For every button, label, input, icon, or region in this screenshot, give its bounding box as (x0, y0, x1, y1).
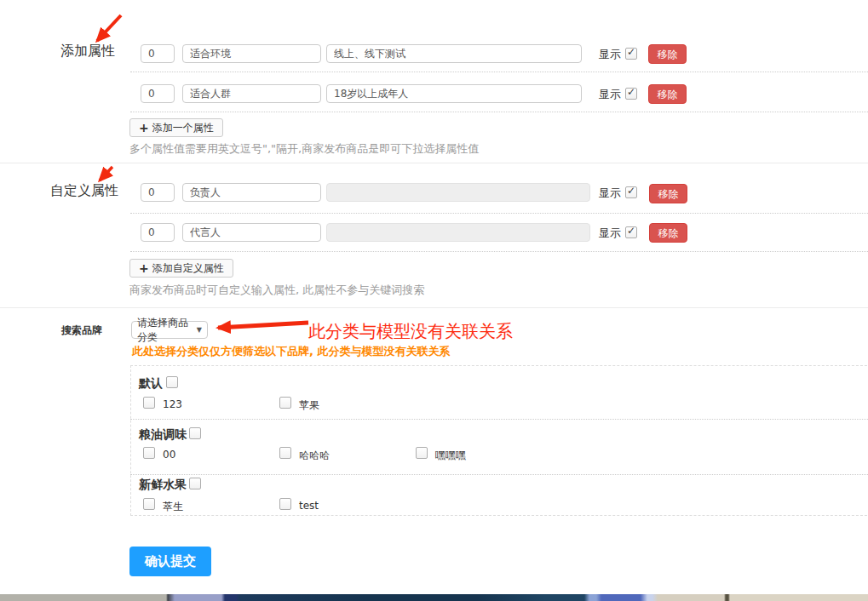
submit-button[interactable]: 确认提交 (129, 547, 211, 576)
brand-item-label: 嘿嘿嘿 (435, 449, 466, 463)
show-checkbox[interactable] (625, 226, 637, 238)
add-custom-attribute-label: 添加自定义属性 (152, 260, 224, 277)
custom-sort-input[interactable] (141, 223, 175, 242)
brand-group-checkbox[interactable] (189, 478, 201, 489)
custom-attributes-hint: 商家发布商品时可自定义输入属性, 此属性不参与关键词搜索 (129, 283, 424, 298)
category-annotation-text: 此分类与模型没有关联关系 (308, 320, 513, 343)
brand-checkbox[interactable] (143, 447, 155, 459)
brand-group-title: 粮油调味 (139, 427, 187, 443)
product-edit-page: 添加属性 显示 移除 显示 移除 + 添加一个属性 多个属性值需要用英文逗号",… (0, 0, 868, 601)
brand-checkbox[interactable] (279, 447, 291, 459)
attr-value-input[interactable] (326, 44, 582, 63)
attr-sort-input[interactable] (141, 44, 175, 63)
brand-group-separator (130, 474, 868, 475)
remove-button[interactable]: 移除 (649, 223, 687, 243)
show-label: 显示 (599, 47, 621, 62)
section-divider (0, 307, 868, 308)
annotation-arrow (204, 317, 315, 337)
brand-item-label: 哈哈哈 (299, 449, 330, 463)
plus-icon: + (139, 122, 149, 134)
row-separator (130, 112, 868, 112)
attr-name-input[interactable] (182, 84, 321, 103)
brand-item-label: test (299, 500, 319, 512)
brand-group-title: 新鲜水果 (139, 478, 187, 493)
add-custom-attribute-button[interactable]: + 添加自定义属性 (129, 259, 233, 278)
brand-group-title: 默认 (139, 376, 163, 392)
brand-list-panel (130, 365, 868, 516)
remove-button[interactable]: 移除 (648, 84, 687, 104)
show-checkbox[interactable] (625, 48, 637, 60)
brand-item-label: 苹果 (299, 398, 319, 413)
search-brand-label: 搜索品牌 (61, 323, 102, 338)
row-separator (130, 251, 868, 252)
custom-sort-input[interactable] (141, 183, 175, 202)
brand-group-checkbox[interactable] (189, 427, 201, 439)
attr-value-input[interactable] (326, 84, 582, 103)
attributes-label: 添加属性 (60, 43, 115, 60)
brand-checkbox[interactable] (143, 498, 155, 510)
show-checkbox[interactable] (625, 88, 637, 100)
show-label: 显示 (599, 226, 621, 241)
remove-button[interactable]: 移除 (649, 184, 687, 203)
custom-attributes-label: 自定义属性 (50, 182, 118, 200)
brand-checkbox[interactable] (143, 397, 155, 409)
brand-group-checkbox[interactable] (166, 376, 178, 388)
brand-checkbox[interactable] (416, 447, 428, 459)
section-divider (0, 163, 868, 163)
plus-icon: + (139, 262, 149, 274)
chevron-down-icon: ▼ (197, 326, 202, 334)
attributes-hint: 多个属性值需要用英文逗号","隔开,商家发布商品是即可下拉选择属性值 (129, 141, 479, 157)
show-label: 显示 (599, 186, 621, 201)
custom-name-input[interactable] (182, 223, 321, 242)
brand-item-label: 123 (163, 398, 182, 410)
brand-item-label: 00 (163, 449, 175, 461)
add-attribute-button[interactable]: + 添加一个属性 (129, 118, 223, 137)
show-label: 显示 (599, 87, 621, 102)
remove-button[interactable]: 移除 (648, 44, 687, 64)
category-select-value: 请选择商品分类 (137, 316, 193, 345)
custom-value-input (326, 183, 590, 202)
add-attribute-label: 添加一个属性 (152, 120, 214, 136)
brand-checkbox[interactable] (279, 498, 291, 510)
row-separator (130, 213, 868, 214)
category-select[interactable]: 请选择商品分类 ▼ (131, 321, 208, 339)
custom-value-input (326, 223, 590, 242)
custom-name-input[interactable] (182, 183, 321, 202)
brand-checkbox[interactable] (279, 397, 291, 409)
attr-sort-input[interactable] (141, 84, 175, 103)
brand-item-label: 萃生 (163, 500, 183, 514)
show-checkbox[interactable] (625, 186, 637, 198)
attr-name-input[interactable] (182, 44, 321, 63)
row-separator (130, 72, 868, 72)
brand-filter-warning: 此处选择分类仅仅方便筛选以下品牌, 此分类与模型没有关联关系 (132, 344, 450, 359)
bottom-image-strip (0, 594, 868, 601)
brand-group-separator (130, 419, 868, 420)
